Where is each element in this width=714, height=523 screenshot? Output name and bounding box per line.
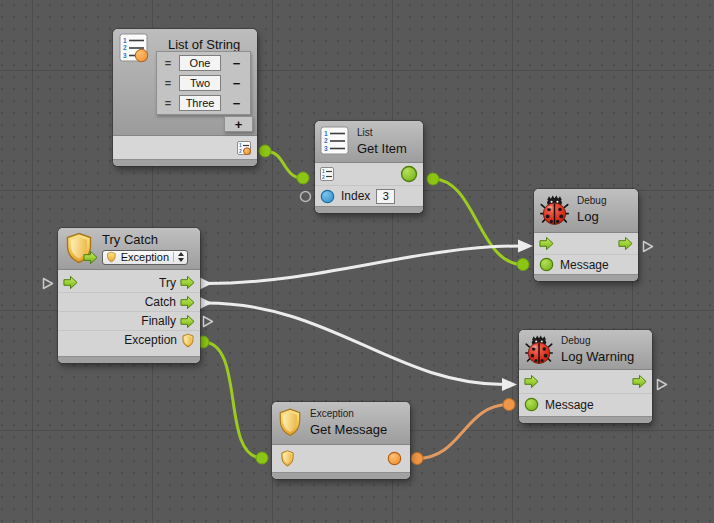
flow-input-port[interactable] [524,374,539,389]
node-header[interactable]: 1 2 3 List of String = One − = [113,29,257,136]
wire-getmessage-to-logwarning-message[interactable] [417,405,509,459]
result-output-port[interactable] [387,451,402,466]
flow-input-port[interactable] [539,236,554,251]
svg-text:2: 2 [322,174,325,179]
node-footer [58,356,200,363]
message-label: Message [545,398,594,412]
port-label-exception: Exception [124,333,177,347]
shield-icon [277,407,303,438]
ladybug-icon [524,334,554,365]
flow-source-connector-catch [199,297,212,310]
wire-dot [503,399,515,411]
remove-item-button[interactable]: − [223,77,250,90]
drag-handle[interactable]: = [157,77,179,89]
node-header[interactable]: Debug Log [534,189,638,233]
unconnected-flow-output-indicator-log [642,240,655,253]
node-caption: Debug [577,195,606,207]
unconnected-flow-output-indicator-finally [202,315,215,328]
try-flow-output-port[interactable] [180,275,195,290]
node-get-item[interactable]: 1 2 3 List Get Item 1 2 [315,121,423,213]
ladybug-icon [539,194,570,226]
node-list-of-string[interactable]: 1 2 3 List of String = One − = [113,29,257,166]
message-value-port[interactable] [539,257,554,272]
port-row-flow [534,233,638,255]
flow-arrowhead-logwarning [502,378,517,391]
wire-dot [297,172,309,184]
node-debug-log-warning[interactable]: Debug Log Warning Message [519,330,652,423]
exception-input-port[interactable] [280,450,295,467]
node-title: Log [577,209,606,225]
remove-item-button[interactable]: − [223,97,250,110]
wire-list-to-getitem[interactable] [265,151,303,178]
flow-output-port[interactable] [632,374,647,389]
flow-input-port[interactable] [63,275,78,290]
node-debug-log[interactable]: Debug Log Message [534,189,638,281]
list-output-port[interactable]: 1 2 [237,141,251,155]
port-label-try: Try [159,276,176,290]
svg-text:1: 1 [324,130,328,137]
flow-output-port[interactable] [618,236,633,251]
svg-text:1: 1 [322,169,325,174]
port-row-try: Try [58,273,200,292]
node-try-catch[interactable]: Try Catch Exception Try [58,228,200,363]
index-input[interactable]: 3 [376,189,395,204]
port-row-finally: Finally [58,311,200,330]
svg-text:2: 2 [239,148,242,153]
wire-dot [411,453,423,465]
shield-icon [106,251,117,263]
unconnected-flow-input-indicator-trycatch [42,277,55,290]
flow-arrowhead-log [518,240,533,253]
finally-flow-output-port[interactable] [180,314,195,329]
node-header[interactable]: Debug Log Warning [519,330,652,370]
node-header[interactable]: Exception Get Message [272,402,410,445]
wire-catch-to-logwarning[interactable] [206,303,504,385]
node-body: Try Catch Finally [58,270,200,349]
list-icon: 1 2 3 [320,126,350,156]
port-row-index: Index 3 [315,185,423,206]
list-item-field[interactable]: Two [179,75,221,91]
node-title: Get Item [357,141,407,157]
exception-type-dropdown[interactable]: Exception [102,250,188,265]
index-value-port[interactable] [320,189,335,204]
node-footer [534,274,638,281]
node-title: Log Warning [561,349,634,365]
node-get-message[interactable]: Exception Get Message [272,402,410,479]
drag-handle[interactable]: = [157,97,179,109]
message-value-port[interactable] [524,397,539,412]
remove-item-button[interactable]: − [223,57,250,70]
shield-icon [63,232,95,264]
svg-text:1: 1 [123,37,127,44]
node-footer [113,159,257,166]
port-row-list: 1 2 [315,163,423,186]
graph-canvas[interactable]: 1 2 3 List of String = One − = [0,0,714,523]
exception-value-output-port[interactable] [181,333,195,348]
node-footer [272,472,410,479]
result-output-port[interactable] [400,165,418,183]
list-item-field[interactable]: One [179,55,221,71]
svg-text:3: 3 [324,145,328,152]
index-label: Index [341,189,370,203]
list-item-row: = Three − [157,93,250,113]
node-title: Try Catch [102,232,188,248]
node-header[interactable]: 1 2 3 List Get Item [315,121,423,163]
node-footer [315,206,423,213]
list-icon: 1 2 3 [119,33,149,63]
list-item-field[interactable]: Three [179,95,221,111]
message-label: Message [560,258,609,272]
wire-exception-to-getmessage[interactable] [203,342,262,458]
catch-flow-output-port[interactable] [180,295,195,310]
node-caption: List [357,127,407,139]
dropdown-value: Exception [121,252,169,263]
node-title: Get Message [310,422,387,438]
wire-dot [256,452,268,464]
svg-text:2: 2 [324,137,328,144]
node-footer [519,416,652,423]
node-header[interactable]: Try Catch Exception [58,228,200,270]
wire-try-to-log[interactable] [206,246,520,284]
node-caption: Debug [561,335,634,347]
drag-handle[interactable]: = [157,57,179,69]
list-items-editor: = One − = Two − = Three − [156,51,251,115]
add-item-button[interactable]: + [224,116,253,132]
port-label-finally: Finally [141,314,176,328]
list-input-port[interactable]: 1 2 [320,167,334,181]
